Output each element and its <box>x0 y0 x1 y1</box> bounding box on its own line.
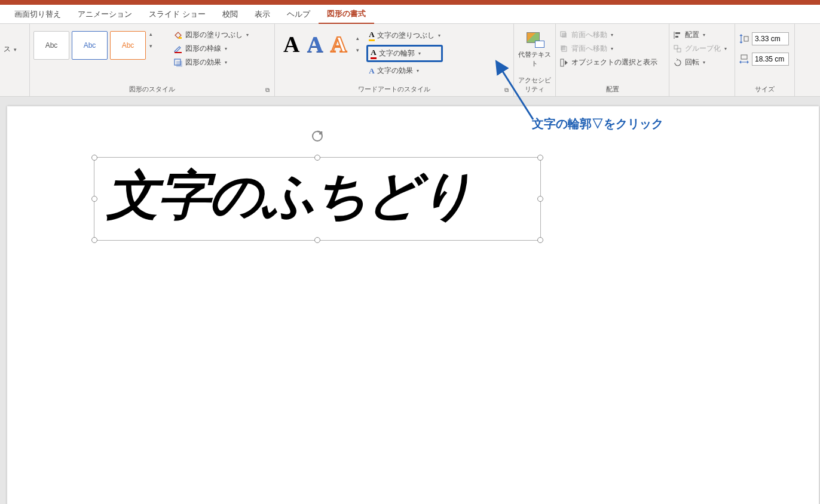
group-objects-label: グループ化 <box>685 44 721 54</box>
text-effects-label: 文字の効果 <box>377 66 413 76</box>
align-button[interactable]: 配置 ▾ <box>673 30 727 40</box>
width-icon <box>739 54 749 64</box>
tab-transition[interactable]: 画面切り替え <box>6 5 69 23</box>
chevron-down-icon: ▾ <box>438 33 440 38</box>
height-input[interactable] <box>752 32 789 45</box>
wordart-preset-3[interactable]: A <box>331 31 347 57</box>
selection-pane-label: オブジェクトの選択と表示 <box>571 57 657 67</box>
rotate-label: 回転 <box>685 57 699 67</box>
text-fill-icon: A <box>369 30 374 41</box>
align-label: 配置 <box>685 30 699 40</box>
send-backward-label: 背面へ移動 <box>571 44 607 54</box>
shape-outline-button[interactable]: 図形の枠線 ▾ <box>173 44 249 54</box>
shape-fill-button[interactable]: 図形の塗りつぶし ▾ <box>173 30 249 40</box>
svg-rect-15 <box>741 55 747 59</box>
chevron-down-icon: ▾ <box>356 47 359 53</box>
chevron-down-icon: ▾ <box>611 46 613 51</box>
group-wordart-styles: A A A ▴ ▾ A 文字の塗りつぶし ▾ A 文字の輪郭 ▾ <box>275 24 514 96</box>
group-objects-button[interactable]: グループ化 ▾ <box>673 44 727 54</box>
pen-icon <box>173 44 183 54</box>
resize-handle-mr[interactable] <box>537 196 543 202</box>
textbox-selected[interactable]: 文字のふちどり <box>94 157 541 241</box>
align-icon <box>673 30 683 40</box>
svg-rect-0 <box>179 37 182 39</box>
group-arrange-order: 前面へ移動 ▾ 背面へ移動 ▾ オブジェクトの選択と表示 <box>556 24 669 96</box>
chevron-down-icon: ▾ <box>418 51 421 56</box>
width-input[interactable] <box>752 53 789 66</box>
wordart-preset-2[interactable]: A <box>307 31 323 57</box>
group-truncated: ス ▾ <box>0 24 30 96</box>
height-icon <box>739 33 749 44</box>
svg-line-18 <box>502 70 533 119</box>
shape-style-preset-1[interactable]: Abc <box>33 31 69 60</box>
annotation-text: 文字の輪郭▽をクリック <box>532 116 663 132</box>
alt-text-button[interactable]: 代替テキスト <box>518 26 552 68</box>
tab-shape-format[interactable]: 図形の書式 <box>319 5 374 24</box>
group-icon <box>673 44 683 54</box>
text-effects-icon: A <box>369 66 374 76</box>
rotate-handle[interactable] <box>310 129 325 143</box>
dialog-launcher-icon[interactable]: ⧉ <box>265 87 270 94</box>
ribbon: ス ▾ Abc Abc Abc ▴ ▾ 図形の塗りつぶし <box>0 24 820 97</box>
send-backward-button[interactable]: 背面へ移動 ▾ <box>559 44 657 54</box>
slide[interactable]: 文字のふちどり 文字の輪郭▽をクリック <box>7 106 819 504</box>
resize-handle-tr[interactable] <box>537 155 543 161</box>
shape-style-preset-3[interactable]: Abc <box>110 31 146 60</box>
ribbon-tabs: 画面切り替え アニメーション スライド ショー 校閲 表示 ヘルプ 図形の書式 <box>0 5 820 24</box>
bring-forward-label: 前面へ移動 <box>571 30 607 40</box>
chevron-down-icon: ▾ <box>225 60 227 65</box>
effects-icon <box>173 58 183 67</box>
chevron-down-icon: ▾ <box>14 47 17 53</box>
group-size: サイズ <box>735 24 795 96</box>
text-outline-icon: A <box>371 48 376 59</box>
resize-handle-bm[interactable] <box>314 237 320 243</box>
wordart-more[interactable]: ▴ ▾ <box>354 35 359 53</box>
size-group-label: サイズ <box>739 84 791 95</box>
chevron-up-icon: ▴ <box>149 31 152 37</box>
chevron-down-icon: ▾ <box>611 32 613 38</box>
selection-pane-button[interactable]: オブジェクトの選択と表示 <box>559 57 657 67</box>
resize-handle-tl[interactable] <box>91 155 97 161</box>
resize-handle-ml[interactable] <box>91 196 97 202</box>
bring-forward-button[interactable]: 前面へ移動 ▾ <box>559 30 657 40</box>
shape-styles-group-label: 図形のスタイル ⧉ <box>33 84 271 95</box>
chevron-up-icon: ▴ <box>356 35 359 41</box>
alt-text-icon <box>525 31 544 48</box>
tab-slideshow[interactable]: スライド ショー <box>140 5 214 23</box>
tab-review[interactable]: 校閲 <box>214 5 246 23</box>
group-arrange-align: 配置 ▾ グループ化 ▾ 回転 ▾ <box>669 24 735 96</box>
rotate-icon <box>673 58 683 67</box>
chevron-down-icon: ▾ <box>417 68 419 73</box>
width-row <box>739 53 789 66</box>
paint-bucket-icon <box>173 30 183 40</box>
send-backward-icon <box>559 44 569 54</box>
svg-rect-8 <box>561 59 564 66</box>
arrange-group-label: 配置 <box>559 84 665 95</box>
shape-style-more[interactable]: ▴ ▾ <box>148 31 152 49</box>
wordart-group-label: ワードアートのスタイル ⧉ <box>279 84 510 95</box>
svg-rect-14 <box>744 36 748 41</box>
truncated-button[interactable]: ス ▾ <box>4 26 17 54</box>
wordart-preset-1[interactable]: A <box>283 31 299 57</box>
tab-view[interactable]: 表示 <box>246 5 279 23</box>
resize-handle-bl[interactable] <box>91 237 97 243</box>
text-effects-button[interactable]: A 文字の効果 ▾ <box>366 64 442 77</box>
chevron-down-icon: ▾ <box>703 60 705 65</box>
chevron-down-icon: ▾ <box>246 32 249 38</box>
text-fill-button[interactable]: A 文字の塗りつぶし ▾ <box>366 29 442 42</box>
canvas-area[interactable]: 文字のふちどり 文字の輪郭▽をクリック <box>0 97 820 504</box>
tab-animation[interactable]: アニメーション <box>69 5 140 23</box>
textbox-content[interactable]: 文字のふちどり <box>94 158 540 233</box>
shape-outline-label: 図形の枠線 <box>185 44 221 54</box>
resize-handle-tm[interactable] <box>314 155 320 161</box>
selection-pane-icon <box>559 58 569 67</box>
shape-effects-button[interactable]: 図形の効果 ▾ <box>173 57 249 67</box>
svg-rect-1 <box>175 52 182 53</box>
tab-help[interactable]: ヘルプ <box>279 5 319 23</box>
text-outline-button[interactable]: A 文字の輪郭 ▾ <box>366 45 442 62</box>
resize-handle-br[interactable] <box>537 237 543 243</box>
svg-rect-11 <box>675 36 678 38</box>
shape-style-preset-2[interactable]: Abc <box>72 31 108 60</box>
rotate-button[interactable]: 回転 ▾ <box>673 57 727 67</box>
title-bar <box>0 0 820 5</box>
